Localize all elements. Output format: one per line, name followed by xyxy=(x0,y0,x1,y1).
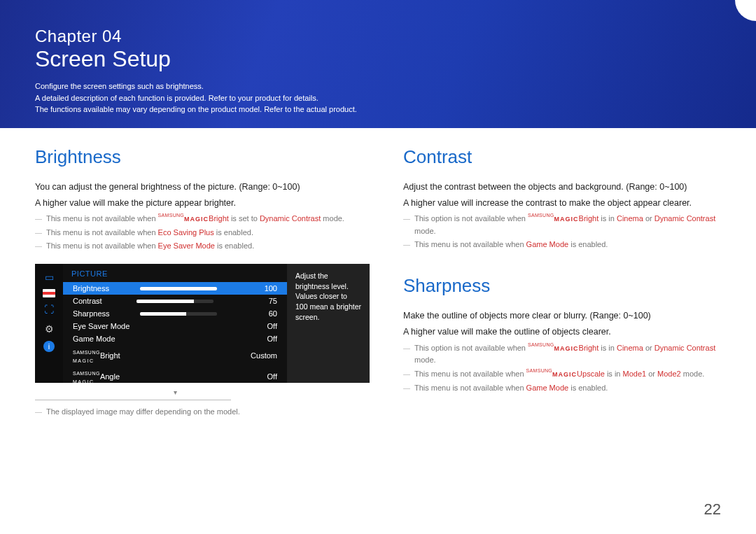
osd-row: Brightness100 xyxy=(63,282,287,295)
chapter-title: Screen Setup xyxy=(35,46,721,72)
header-desc-1: Configure the screen settings such as br… xyxy=(35,80,721,92)
brightness-note-3: This menu is not available when Eye Save… xyxy=(35,240,370,253)
sharpness-note-2: This menu is not available when SAMSUNGM… xyxy=(403,368,721,381)
brightness-p1: You can adjust the general brightness of… xyxy=(35,181,370,194)
osd-screenshot: ▭ ⛶ ⚙ i PICTURE Brightness100Contrast75S… xyxy=(35,264,370,383)
osd-row: Game ModeOff xyxy=(63,332,287,345)
color-bars-icon xyxy=(43,289,55,297)
page-number: 22 xyxy=(704,500,721,519)
sharpness-p1: Make the outline of objects more clear o… xyxy=(403,309,721,323)
col-right: Contrast Adjust the contrast between the… xyxy=(403,146,721,419)
brightness-heading: Brightness xyxy=(35,146,370,168)
sharpness-heading: Sharpness xyxy=(403,275,721,297)
col-left: Brightness You can adjust the general br… xyxy=(35,146,370,419)
osd-row: Contrast75 xyxy=(63,295,287,307)
osd-down-arrow-icon: ▾ xyxy=(63,387,287,396)
chapter-label: Chapter 04 xyxy=(35,27,721,46)
footnote-divider xyxy=(35,400,231,400)
osd-help-text: Adjust the brightness level. Values clos… xyxy=(287,264,370,383)
chapter-header: Chapter 04 Screen Setup Configure the sc… xyxy=(0,0,756,128)
osd-title: PICTURE xyxy=(63,269,287,282)
osd-row: Eye Saver ModeOff xyxy=(63,320,287,332)
osd-sidebar: ▭ ⛶ ⚙ i xyxy=(35,264,63,383)
osd-main: PICTURE Brightness100Contrast75Sharpness… xyxy=(63,264,287,383)
contrast-note-1: This option is not available when SAMSUN… xyxy=(403,213,721,237)
header-desc-2: A detailed description of each function … xyxy=(35,92,721,104)
osd-row: SAMSUNGMAGICBrightCustom xyxy=(63,345,287,366)
contrast-heading: Contrast xyxy=(403,146,721,168)
contrast-p1: Adjust the contrast between the objects … xyxy=(403,181,721,194)
sharpness-p2: A higher value will make the outline of … xyxy=(403,325,721,339)
brightness-note-1: This menu is not available when SAMSUNGM… xyxy=(35,213,370,225)
contrast-p2: A higher value will increase the contras… xyxy=(403,197,721,210)
osd-row: SAMSUNGMAGICAngleOff xyxy=(63,366,287,387)
osd-row: Sharpness60 xyxy=(63,307,287,320)
monitor-icon: ▭ xyxy=(41,269,57,285)
brightness-p2: A higher value will make the picture app… xyxy=(35,197,370,210)
info-icon: i xyxy=(43,341,55,352)
displayed-image-note: The displayed image may differ depending… xyxy=(35,406,370,419)
sharpness-note-1: This option is not available when SAMSUN… xyxy=(403,342,721,367)
gear-icon: ⚙ xyxy=(41,321,57,337)
brightness-note-2: This menu is not available when Eco Savi… xyxy=(35,227,370,239)
resize-icon: ⛶ xyxy=(41,302,57,317)
header-desc-3: The functions available may vary dependi… xyxy=(35,104,721,115)
sharpness-note-3: This menu is not available when Game Mod… xyxy=(403,382,721,395)
content-area: Brightness You can adjust the general br… xyxy=(0,128,756,419)
contrast-note-2: This menu is not available when Game Mod… xyxy=(403,239,721,251)
